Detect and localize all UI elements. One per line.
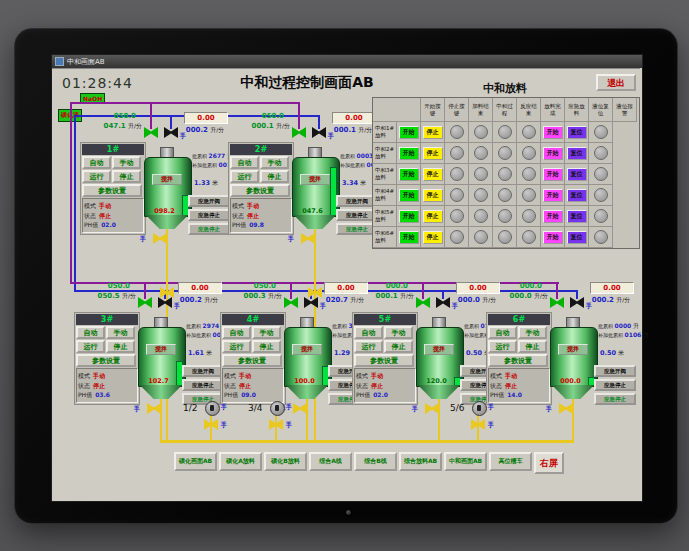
- exit-button[interactable]: 退出: [596, 74, 636, 91]
- run-button[interactable]: 运行: [230, 170, 259, 183]
- discharge-valve-icon[interactable]: [425, 403, 439, 414]
- stop-button[interactable]: 停止: [423, 126, 443, 139]
- auto-button[interactable]: 自动: [222, 326, 251, 339]
- discharge-valve-icon[interactable]: [153, 233, 167, 244]
- discharge-valve-icon[interactable]: [293, 403, 307, 414]
- emergency-discharge-button[interactable]: 开始: [543, 210, 563, 223]
- auto-button[interactable]: 自动: [230, 156, 259, 169]
- feed-valve-icon[interactable]: [144, 127, 158, 138]
- params-button[interactable]: 参数设置: [76, 354, 136, 367]
- feed-valve-icon[interactable]: [416, 297, 430, 308]
- pump-icon[interactable]: [270, 401, 285, 416]
- emergency-open-button[interactable]: 应急开阀: [182, 365, 224, 377]
- stop-button[interactable]: 停止: [260, 170, 289, 183]
- aux-feed-valve-icon[interactable]: [570, 297, 584, 308]
- aux-feed-valve-icon[interactable]: [164, 127, 178, 138]
- stir-button[interactable]: 搅拌: [424, 344, 454, 355]
- stop-button[interactable]: 停止: [423, 168, 443, 181]
- run-button[interactable]: 运行: [76, 340, 105, 353]
- aux-feed-valve-icon[interactable]: [312, 127, 326, 138]
- feed-valve-icon[interactable]: [138, 297, 152, 308]
- stir-button[interactable]: 搅拌: [152, 174, 182, 185]
- start-button[interactable]: 开始: [399, 189, 419, 202]
- discharge-valve-icon[interactable]: [147, 403, 161, 414]
- manual-button[interactable]: 手动: [252, 326, 281, 339]
- start-button[interactable]: 开始: [399, 126, 419, 139]
- emergency-stop2-button[interactable]: 应急停止: [188, 223, 230, 235]
- level-reset-button[interactable]: 复位: [567, 210, 587, 223]
- manual-button[interactable]: 手动: [106, 326, 135, 339]
- start-button[interactable]: 开始: [399, 147, 419, 160]
- start-button[interactable]: 开始: [399, 231, 419, 244]
- window-titlebar[interactable]: 中和画面AB: [52, 55, 642, 68]
- params-button[interactable]: 参数设置: [222, 354, 282, 367]
- run-button[interactable]: 运行: [354, 340, 383, 353]
- auto-button[interactable]: 自动: [76, 326, 105, 339]
- stop-button[interactable]: 停止: [252, 340, 281, 353]
- emergency-discharge-button[interactable]: 开始: [543, 126, 563, 139]
- manual-button[interactable]: 手动: [112, 156, 141, 169]
- emergency-stop-button[interactable]: 应急停止: [188, 209, 230, 221]
- params-button[interactable]: 参数设置: [82, 184, 142, 197]
- aux-feed-valve-icon[interactable]: [158, 297, 172, 308]
- discharge-valve-icon[interactable]: [301, 233, 315, 244]
- level-reset-button[interactable]: 复位: [567, 168, 587, 181]
- params-button[interactable]: 参数设置: [488, 354, 548, 367]
- emergency-stop-button[interactable]: 应急停止: [594, 379, 636, 391]
- stop-button[interactable]: 停止: [106, 340, 135, 353]
- pump-icon[interactable]: [472, 401, 487, 416]
- nav-button[interactable]: 中和画面AB: [444, 452, 487, 471]
- nav-button[interactable]: 磺化画面AB: [174, 452, 217, 471]
- run-button[interactable]: 运行: [488, 340, 517, 353]
- stop-button[interactable]: 停止: [518, 340, 547, 353]
- manual-button[interactable]: 手动: [518, 326, 547, 339]
- nav-button[interactable]: 综合B线: [354, 452, 397, 471]
- nav-button[interactable]: 右屏: [534, 452, 564, 474]
- auto-button[interactable]: 自动: [82, 156, 111, 169]
- feed-valve-icon[interactable]: [292, 127, 306, 138]
- run-button[interactable]: 运行: [82, 170, 111, 183]
- emergency-open-button[interactable]: 应急开阀: [594, 365, 636, 377]
- run-button[interactable]: 运行: [222, 340, 251, 353]
- emergency-discharge-button[interactable]: 开始: [543, 231, 563, 244]
- nav-button[interactable]: 高位槽车: [489, 452, 532, 471]
- discharge-valve-icon[interactable]: [559, 403, 573, 414]
- stir-button[interactable]: 搅拌: [558, 344, 588, 355]
- stop-button[interactable]: 停止: [423, 210, 443, 223]
- feed-valve-icon[interactable]: [550, 297, 564, 308]
- emergency-stop-button[interactable]: 应急停止: [182, 379, 224, 391]
- nav-button[interactable]: 磺化B放料: [264, 452, 307, 471]
- emergency-discharge-button[interactable]: 开始: [543, 168, 563, 181]
- aux-feed-valve-icon[interactable]: [304, 297, 318, 308]
- emergency-discharge-button[interactable]: 开始: [543, 189, 563, 202]
- emergency-stop2-button[interactable]: 应急停止: [594, 393, 636, 405]
- stop-button[interactable]: 停止: [112, 170, 141, 183]
- start-button[interactable]: 开始: [399, 210, 419, 223]
- level-reset-button[interactable]: 复位: [567, 147, 587, 160]
- stir-button[interactable]: 搅拌: [292, 344, 322, 355]
- stir-button[interactable]: 搅拌: [146, 344, 176, 355]
- stop-button[interactable]: 停止: [423, 189, 443, 202]
- stop-button[interactable]: 停止: [423, 147, 443, 160]
- emergency-open-button[interactable]: 应急开阀: [188, 195, 230, 207]
- stop-button[interactable]: 停止: [384, 340, 413, 353]
- auto-button[interactable]: 自动: [488, 326, 517, 339]
- nav-button[interactable]: 综合放料AB: [399, 452, 442, 471]
- level-reset-button[interactable]: 复位: [567, 189, 587, 202]
- start-button[interactable]: 开始: [399, 168, 419, 181]
- level-reset-button[interactable]: 复位: [567, 126, 587, 139]
- pump-icon[interactable]: [205, 401, 220, 416]
- aux-feed-valve-icon[interactable]: [436, 297, 450, 308]
- nav-button[interactable]: 综合A线: [309, 452, 352, 471]
- emergency-discharge-button[interactable]: 开始: [543, 147, 563, 160]
- params-button[interactable]: 参数设置: [354, 354, 414, 367]
- manual-button[interactable]: 手动: [260, 156, 289, 169]
- manual-button[interactable]: 手动: [384, 326, 413, 339]
- level-reset-button[interactable]: 复位: [567, 231, 587, 244]
- stir-button[interactable]: 搅拌: [300, 174, 330, 185]
- params-button[interactable]: 参数设置: [230, 184, 290, 197]
- auto-button[interactable]: 自动: [354, 326, 383, 339]
- stop-button[interactable]: 停止: [423, 231, 443, 244]
- feed-valve-icon[interactable]: [284, 297, 298, 308]
- nav-button[interactable]: 磺化A放料: [219, 452, 262, 471]
